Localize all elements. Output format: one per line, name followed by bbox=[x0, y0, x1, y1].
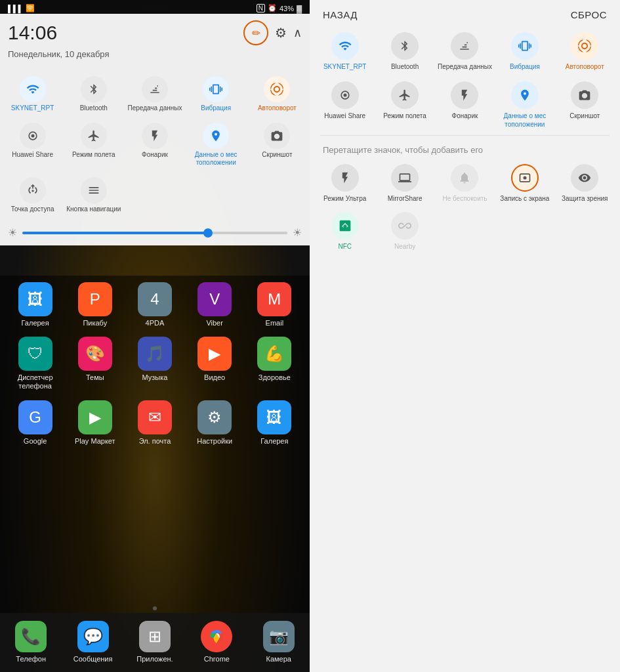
chrome-icon bbox=[201, 621, 232, 652]
reset-button[interactable]: СБРОС bbox=[571, 9, 607, 20]
app-music[interactable]: 🎵 Музыка bbox=[129, 337, 181, 390]
rqs-screenshot[interactable]: Скриншот bbox=[555, 76, 615, 133]
gallery-label: Галерея bbox=[22, 319, 49, 327]
dock-messages[interactable]: 💬 Сообщения bbox=[67, 621, 119, 663]
qs-data[interactable]: Передача данных bbox=[125, 72, 184, 116]
app-gallery[interactable]: 🖼 Галерея bbox=[9, 282, 62, 327]
app-mail[interactable]: ✉ Эл. почта bbox=[129, 400, 181, 446]
rqs-nfc[interactable]: NFC bbox=[315, 207, 375, 255]
data-label: Передача данных bbox=[127, 104, 182, 112]
nfc-icon bbox=[331, 212, 359, 240]
rqs-location[interactable]: Данные о мес тоположении bbox=[495, 76, 554, 133]
rqs-vibration[interactable]: Вибрация bbox=[495, 27, 554, 75]
chevron-up-icon[interactable]: ∧ bbox=[293, 26, 302, 40]
flashlight-icon bbox=[142, 123, 168, 149]
dock-camera[interactable]: 📷 Камера bbox=[253, 621, 305, 663]
gallery2-label: Галерея bbox=[260, 437, 288, 446]
rqs-ultra-mode[interactable]: Режим Ультра bbox=[315, 159, 375, 207]
qs-screenshot[interactable]: Скриншот bbox=[247, 119, 307, 171]
left-panel: ▌▌▌ 🛜 N ⏰ 43% ▓ 14:06 ✏ ⚙ ∧ Понедельник,… bbox=[0, 0, 310, 672]
app-health[interactable]: 💪 Здоровье bbox=[248, 337, 300, 390]
edit-button[interactable]: ✏ bbox=[243, 20, 268, 45]
email-label: Email bbox=[266, 319, 284, 327]
airplane-label: Режим полета bbox=[72, 151, 115, 159]
qs-airplane[interactable]: Режим полета bbox=[64, 119, 123, 171]
gallery2-icon: 🖼 bbox=[257, 400, 291, 434]
mirrorshare-icon bbox=[391, 164, 419, 192]
settings-icon[interactable]: ⚙ bbox=[275, 25, 287, 41]
brightness-slider[interactable] bbox=[22, 232, 287, 234]
signal-icon: ▌▌▌ bbox=[8, 5, 23, 12]
rqs-bluetooth-label: Bluetooth bbox=[391, 62, 419, 71]
rqs-autorotate[interactable]: Автоповорот bbox=[555, 27, 615, 75]
bluetooth-icon bbox=[81, 76, 107, 102]
app-themes[interactable]: 🎨 Темы bbox=[69, 337, 121, 390]
notification-panel: 14:06 ✏ ⚙ ∧ Понедельник, 10 декабря bbox=[0, 14, 310, 72]
qs-flashlight[interactable]: Фонарик bbox=[125, 119, 184, 171]
dock-phone[interactable]: 📞 Телефон bbox=[5, 621, 57, 663]
autorotate-label: Автоповорот bbox=[258, 104, 297, 112]
rqs-flashlight[interactable]: Фонарик bbox=[435, 76, 495, 133]
qs-autorotate[interactable]: Автоповорот bbox=[247, 72, 307, 116]
app-pikabu[interactable]: P Пикабу bbox=[69, 282, 121, 327]
dock-chrome[interactable]: Chrome bbox=[190, 621, 243, 663]
viber-label: Viber bbox=[206, 319, 222, 327]
rqs-flashlight-icon bbox=[451, 81, 478, 109]
dock-apps[interactable]: ⊞ Приложен. bbox=[129, 621, 181, 663]
qs-vibration[interactable]: Вибрация bbox=[186, 72, 246, 116]
rqs-wifi[interactable]: SKYNET_RPT bbox=[315, 27, 375, 75]
eye-protection-label: Защита зрения bbox=[562, 194, 608, 203]
qs-location[interactable]: Данные о мес тоположении bbox=[186, 119, 246, 171]
huawei-share-label: Huawei Share bbox=[12, 151, 53, 159]
rqs-data[interactable]: Передача данных bbox=[435, 27, 495, 75]
app-row-1: 🖼 Галерея P Пикабу 4 4PDA V Viber M Emai… bbox=[5, 282, 304, 327]
rqs-autorotate-label: Автоповорот bbox=[566, 62, 604, 71]
app-google[interactable]: G Google bbox=[9, 400, 62, 446]
qs-hotspot[interactable]: Точка доступа bbox=[3, 173, 62, 217]
app-dispatcher[interactable]: 🛡 Диспетчер телефона bbox=[9, 337, 62, 390]
battery-percent: 43% bbox=[279, 5, 294, 12]
screenshot-label: Скриншот bbox=[262, 151, 292, 159]
rqs-eye-protection[interactable]: Защита зрения bbox=[555, 159, 615, 207]
app-email[interactable]: M Email bbox=[248, 282, 300, 327]
settings-app-label: Настройки bbox=[197, 437, 232, 446]
flashlight-label: Фонарик bbox=[142, 151, 168, 159]
app-video[interactable]: ▶ Видео bbox=[188, 337, 241, 390]
qs-bluetooth[interactable]: Bluetooth bbox=[64, 72, 123, 116]
themes-label: Темы bbox=[86, 373, 104, 382]
app-4pda[interactable]: 4 4PDA bbox=[129, 282, 181, 327]
app-viber[interactable]: V Viber bbox=[188, 282, 241, 327]
rqs-huawei-share[interactable]: Huawei Share bbox=[315, 76, 375, 133]
rqs-mirrorshare[interactable]: MirrorShare bbox=[375, 159, 434, 207]
rqs-vibration-label: Вибрация bbox=[510, 62, 540, 71]
rqs-airplane[interactable]: Режим полета bbox=[375, 76, 434, 133]
app-settings[interactable]: ⚙ Настройки bbox=[188, 400, 241, 446]
health-icon: 💪 bbox=[257, 337, 291, 371]
rqs-screen-record[interactable]: Запись с экрана bbox=[495, 159, 554, 207]
rqs-nearby[interactable]: Nearby bbox=[375, 207, 434, 255]
svg-point-0 bbox=[31, 135, 34, 138]
ultra-mode-icon bbox=[331, 164, 359, 192]
app-gallery2[interactable]: 🖼 Галерея bbox=[248, 400, 300, 446]
rqs-bluetooth[interactable]: Bluetooth bbox=[375, 27, 434, 75]
qs-nav-button[interactable]: Кнопка навигации bbox=[64, 173, 123, 217]
qs-wifi[interactable]: SKYNET_RPT bbox=[3, 72, 62, 116]
bluetooth-label: Bluetooth bbox=[80, 104, 108, 112]
app-playstore[interactable]: ▶ Play Маркет bbox=[69, 400, 121, 446]
wifi-label: SKYNET_RPT bbox=[11, 104, 54, 112]
location-icon bbox=[203, 123, 229, 149]
rqs-autorotate-icon bbox=[571, 32, 598, 60]
back-button[interactable]: НАЗАД bbox=[323, 9, 358, 20]
google-icon: G bbox=[18, 400, 52, 434]
svg-point-9 bbox=[523, 177, 526, 180]
video-icon: ▶ bbox=[197, 337, 232, 371]
eye-protection-icon bbox=[571, 164, 598, 192]
qs-huawei-share[interactable]: Huawei Share bbox=[3, 119, 62, 171]
app-row-3: G Google ▶ Play Маркет ✉ Эл. почта ⚙ Нас… bbox=[5, 400, 304, 446]
brightness-low-icon: ☀ bbox=[8, 226, 17, 239]
vibration-label: Вибрация bbox=[201, 104, 231, 112]
rqs-flashlight-label: Фонарик bbox=[452, 112, 478, 120]
rqs-dnd[interactable]: Не беспокоить bbox=[435, 159, 495, 207]
phone-label: Телефон bbox=[16, 655, 46, 663]
divider bbox=[320, 135, 610, 136]
